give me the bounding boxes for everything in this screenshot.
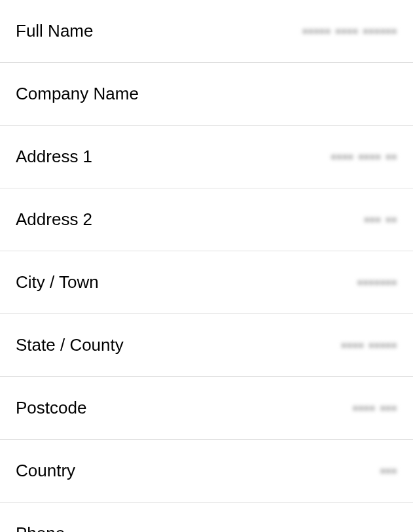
country-value: ••• bbox=[88, 463, 397, 480]
full-name-value: ••••• •••• •••••• bbox=[106, 23, 397, 40]
city-town-row[interactable]: City / Town ••••••• bbox=[0, 251, 413, 314]
address-2-row[interactable]: Address 2 ••• •• bbox=[0, 188, 413, 251]
address-form: Full Name ••••• •••• •••••• Company Name… bbox=[0, 0, 413, 532]
full-name-label: Full Name bbox=[16, 21, 93, 41]
phone-label: Phone bbox=[16, 523, 65, 532]
city-town-label: City / Town bbox=[16, 272, 99, 293]
state-county-value: •••• ••••• bbox=[137, 337, 397, 354]
country-label: Country bbox=[16, 461, 75, 481]
country-row[interactable]: Country ••• bbox=[0, 440, 413, 503]
postcode-value: •••• ••• bbox=[99, 400, 397, 417]
postcode-row[interactable]: Postcode •••• ••• bbox=[0, 377, 413, 440]
address-2-value: ••• •• bbox=[105, 211, 397, 228]
phone-row[interactable]: Phone bbox=[0, 503, 413, 532]
address-1-row[interactable]: Address 1 •••• •••• •• bbox=[0, 126, 413, 188]
company-name-row[interactable]: Company Name bbox=[0, 63, 413, 126]
city-town-value: ••••••• bbox=[112, 274, 397, 291]
state-county-label: State / County bbox=[16, 335, 124, 355]
address-2-label: Address 2 bbox=[16, 209, 92, 230]
full-name-row[interactable]: Full Name ••••• •••• •••••• bbox=[0, 0, 413, 63]
postcode-label: Postcode bbox=[16, 398, 86, 418]
company-name-label: Company Name bbox=[16, 84, 139, 104]
state-county-row[interactable]: State / County •••• ••••• bbox=[0, 314, 413, 377]
address-1-label: Address 1 bbox=[16, 147, 92, 167]
address-1-value: •••• •••• •• bbox=[105, 149, 397, 166]
